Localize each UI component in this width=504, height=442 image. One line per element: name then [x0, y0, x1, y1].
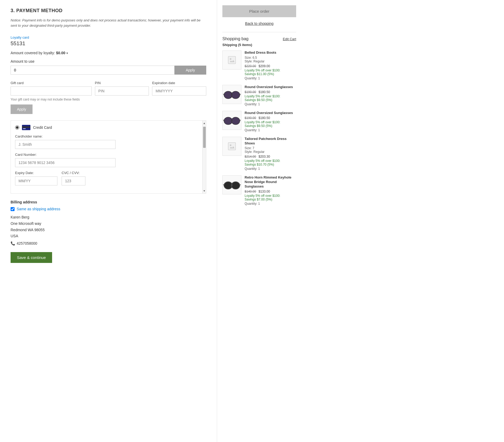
loyalty-savings: Loyalty 5% off over $100:Savings $10.70 …: [245, 159, 296, 166]
payment-method-row: Credit Card: [15, 125, 199, 130]
card-number-input[interactable]: [15, 158, 116, 167]
gift-card-field: Gift card: [11, 81, 92, 95]
gift-card-fields: Gift card PIN Expiration date: [11, 81, 206, 95]
billing-phone-row: 📞 4257058000: [11, 240, 206, 247]
gift-card-label: Gift card: [11, 81, 92, 85]
scroll-down-arrow[interactable]: ▼: [202, 188, 207, 193]
cart-item-details: Tailored Patchwork Dress Shoes Size: 7 S…: [245, 137, 296, 171]
place-order-button[interactable]: Place order: [222, 5, 296, 17]
scroll-up-arrow[interactable]: ▲: [202, 121, 207, 126]
gift-card-section: Gift card PIN Expiration date Your gift …: [11, 81, 206, 114]
price-original: $214.00: [245, 155, 256, 158]
item-name: Round Oversized Sunglasses: [245, 85, 296, 89]
cart-item: Tailored Patchwork Dress Shoes Size: 7 S…: [222, 137, 296, 171]
payment-form-inner: Credit Card Cardholder name: Card Number…: [11, 121, 206, 193]
billing-name: Karen Berg: [11, 214, 206, 221]
credit-card-radio[interactable]: [15, 125, 19, 130]
price-row: $140.00 $133.00: [245, 190, 296, 193]
scrollbar-thumb[interactable]: [203, 127, 206, 148]
price-sale: $180.50: [259, 116, 270, 120]
loyalty-label: Loyalty card: [11, 35, 206, 39]
billing-country: USA: [11, 233, 206, 239]
item-style: Style: Regular: [245, 150, 296, 154]
cart-item-details: Round Oversized Sunglasses $190.00 $180.…: [245, 111, 296, 132]
billing-address: Karen Berg One Microsoft way Redmond WA …: [11, 214, 206, 247]
price-original: $140.00: [245, 190, 256, 193]
edit-cart-link[interactable]: Edit Cart: [283, 37, 296, 41]
loyalty-covered-amount: $0.00: [56, 51, 65, 55]
same-as-shipping-label[interactable]: Same as shipping address: [17, 207, 60, 211]
cart-item-details: Belted Dress Boots Size: 6.5 Style: Regu…: [245, 51, 296, 80]
expiry-group: Expiry Date:: [15, 171, 57, 185]
loyalty-apply-button[interactable]: Apply: [175, 66, 206, 75]
card-number-group: Card Number:: [15, 153, 199, 167]
item-name: Retro Horn Rimmed Keyhole Nose Bridge Ro…: [245, 175, 296, 189]
sidebar: Place order Back to shopping Shopping ba…: [217, 0, 301, 442]
loyalty-number: 55131: [11, 40, 206, 47]
item-style: Style: Regular: [245, 60, 296, 63]
loyalty-covered: Amount covered by loyalty: $0.00 ▾: [11, 51, 206, 55]
expiry-input[interactable]: [15, 176, 57, 185]
price-original: $220.00: [245, 64, 256, 68]
svg-rect-7: [232, 94, 232, 95]
loyalty-dropdown-arrow[interactable]: ▾: [66, 51, 68, 55]
billing-title: Billing address: [11, 200, 206, 204]
cart-item-details: Round Oversized Sunglasses $190.00 $180.…: [245, 85, 296, 106]
payment-section: ▲ ▼ Credit Card: [11, 120, 206, 194]
notice-text: Notice: Payment info is for demo purpose…: [11, 18, 206, 28]
exp-input[interactable]: [152, 86, 206, 95]
loyalty-savings: Loyalty 5% off over $100:Savings $9.50 (…: [245, 120, 296, 128]
cart-item: Belted Dress Boots Size: 6.5 Style: Regu…: [222, 51, 296, 80]
scrollbar[interactable]: ▲ ▼: [202, 121, 206, 193]
svg-rect-3: [228, 56, 236, 64]
same-as-shipping-checkbox[interactable]: [11, 207, 15, 211]
cardholder-input[interactable]: [15, 140, 116, 149]
exp-label: Expiration date: [152, 81, 206, 85]
loyalty-savings: Loyalty 5% off over $100:Savings $11.00 …: [245, 69, 296, 76]
item-quantity: Quantity: 1: [245, 167, 296, 171]
gift-card-apply-button[interactable]: Apply: [11, 104, 33, 114]
svg-point-4: [230, 58, 231, 60]
price-row: $190.00 $180.50: [245, 90, 296, 94]
divider: [222, 32, 296, 32]
item-quantity: Quantity: 1: [245, 76, 296, 80]
gift-card-hint: Your gift card may or may not include th…: [11, 98, 206, 101]
amount-row: Apply: [11, 66, 206, 75]
save-continue-button[interactable]: Save & continue: [11, 252, 52, 263]
expiry-cvv-row: Expiry Date: CVC / CVV:: [15, 171, 193, 185]
svg-point-16: [230, 144, 231, 146]
billing-phone: 4257058000: [17, 240, 37, 247]
shipping-label: Shipping (5 items): [222, 43, 296, 47]
svg-rect-12: [232, 120, 232, 121]
cart-item-image: [222, 85, 241, 104]
gift-card-input[interactable]: [11, 86, 92, 95]
cart-item-image: [222, 111, 241, 130]
expiry-label: Expiry Date:: [15, 171, 57, 175]
loyalty-section: Loyalty card 55131 Amount covered by loy…: [11, 35, 206, 75]
item-quantity: Quantity: 1: [245, 102, 296, 106]
amount-input[interactable]: [11, 66, 175, 75]
cardholder-group: Cardholder name:: [15, 134, 199, 149]
svg-point-11: [231, 117, 240, 125]
svg-point-18: [231, 182, 240, 189]
cart-item: Round Oversized Sunglasses $190.00 $180.…: [222, 85, 296, 106]
item-name: Tailored Patchwork Dress Shoes: [245, 137, 296, 146]
cvv-label: CVC / CVV:: [62, 171, 85, 175]
cart-items-container: Belted Dress Boots Size: 6.5 Style: Regu…: [222, 51, 296, 206]
svg-rect-1: [22, 126, 30, 128]
credit-card-icon: [22, 125, 30, 130]
cart-item-image: [222, 175, 241, 194]
cart-item-image: [222, 137, 241, 156]
price-sale: $133.00: [259, 190, 270, 193]
pin-input[interactable]: [95, 86, 149, 95]
price-sale: $180.50: [259, 90, 270, 94]
cardholder-label: Cardholder name:: [15, 134, 193, 138]
back-to-shopping-link[interactable]: Back to shopping: [245, 21, 273, 26]
section-title: 3. PAYMENT METHOD: [11, 8, 206, 13]
svg-point-6: [231, 91, 240, 99]
svg-point-10: [224, 117, 232, 125]
cvv-input[interactable]: [62, 176, 85, 185]
cart-item-image: [222, 51, 241, 70]
back-to-shopping: Back to shopping: [222, 21, 296, 26]
same-as-shipping-row: Same as shipping address: [11, 207, 206, 211]
